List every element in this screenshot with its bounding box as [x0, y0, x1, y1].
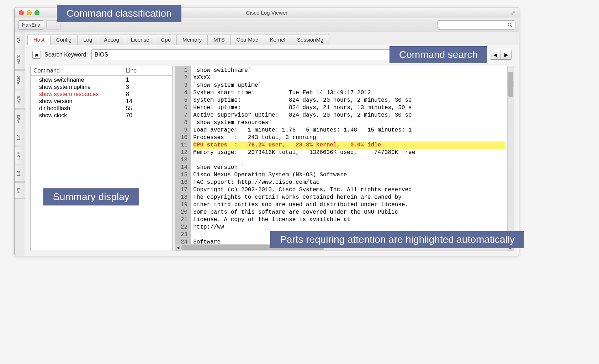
side-tab-l2p[interactable]: L2P — [15, 146, 25, 165]
main-area: HostConfigLogAcLogLicenseCpuMemoryMTSCpu… — [25, 32, 519, 256]
log-line: http://ww — [193, 224, 505, 231]
side-tabstrip: wsHardAsicSysFwdL2L2PL3Ftr — [15, 32, 25, 256]
tab-aclog[interactable]: AcLog — [98, 34, 125, 45]
line-number: 4 — [181, 89, 187, 97]
keyword-label: Search Keyword: — [44, 52, 88, 58]
tab-memory[interactable]: Memory — [176, 34, 208, 45]
log-line: The copyrights to certain works containe… — [193, 194, 505, 201]
command-row[interactable]: dir bootflash:55 — [31, 105, 172, 112]
log-line: CPU states : 76.2% user, 23.8% kernel, 0… — [193, 141, 505, 149]
command-row[interactable]: show system resources8 — [31, 91, 172, 98]
har-env-button[interactable]: Har/Env — [18, 20, 44, 30]
line-number: 12 — [181, 149, 187, 156]
header-command[interactable]: Command — [31, 66, 123, 75]
side-tab-hard[interactable]: Hard — [15, 49, 25, 70]
callout-search: Command search — [389, 46, 487, 63]
command-row[interactable]: show switchname1 — [31, 76, 172, 84]
command-line-number: 14 — [123, 98, 172, 105]
log-line: other third parties and are used and dis… — [193, 201, 505, 209]
log-line: Kernel uptime: 824 days, 21 hours, 13 mi… — [193, 104, 505, 112]
callout-highlight: Parts requiring attention are highlighte… — [270, 231, 524, 248]
command-name: show switchname — [31, 77, 123, 83]
line-number: 16 — [181, 179, 187, 186]
side-tab-ftr[interactable]: Ftr — [15, 182, 25, 199]
command-line-number: 3 — [123, 84, 172, 90]
tab-log[interactable]: Log — [77, 34, 98, 45]
svg-point-0 — [508, 23, 511, 26]
log-line: Copyright (c) 2002-2010, Cisco Systems, … — [193, 186, 505, 194]
search-nav: ◀ ▶ — [490, 50, 512, 60]
line-number: 7 — [181, 112, 187, 119]
tab-cpu[interactable]: Cpu — [155, 34, 177, 45]
line-number: 20 — [181, 209, 187, 216]
minimize-icon[interactable] — [27, 10, 32, 15]
log-line: `show system resources` — [193, 119, 505, 127]
tab-license[interactable]: License — [125, 34, 155, 45]
close-icon[interactable] — [19, 10, 24, 15]
side-tab-l3[interactable]: L3 — [15, 166, 25, 181]
command-row[interactable]: show version14 — [31, 98, 172, 105]
line-number: 17 — [181, 186, 187, 194]
command-rows: show switchname1show system uptime3show … — [31, 76, 172, 120]
app-window: Cisco Log Viewer ⤢ Har/Env ---- wsHardAs… — [14, 7, 519, 256]
tab-mts[interactable]: MTS — [207, 34, 231, 45]
log-line: TAC support: http://www.cisco.com/tac — [193, 179, 505, 186]
command-line-number: 8 — [123, 91, 172, 97]
line-number: 14 — [181, 164, 187, 171]
line-number: 2 — [181, 74, 187, 82]
tab-host[interactable]: Host — [27, 34, 51, 45]
command-row[interactable]: show clock70 — [31, 112, 172, 119]
line-number: 18 — [181, 194, 187, 201]
line-number: 22 — [181, 224, 187, 231]
tab-kernel[interactable]: Kernel — [264, 34, 291, 45]
main-layout: wsHardAsicSysFwdL2L2PL3Ftr HostConfigLog… — [15, 32, 519, 256]
header-line[interactable]: Line — [123, 66, 172, 75]
command-line-number: 55 — [123, 105, 172, 112]
traffic-lights — [19, 10, 39, 15]
line-number: 11 — [181, 141, 187, 149]
zoom-icon[interactable] — [35, 10, 39, 15]
command-line-number: 1 — [123, 77, 172, 83]
keyword-input[interactable] — [91, 49, 433, 60]
command-name: show version — [31, 98, 123, 105]
command-list-pane: Command Line show switchname1show system… — [30, 66, 173, 251]
tab-sessionmg[interactable]: SessionMg — [291, 34, 329, 45]
log-content[interactable]: `show switchname`XXXXX`show system uptim… — [191, 66, 507, 244]
global-search-input[interactable] — [437, 20, 515, 30]
line-number: 13 — [181, 156, 187, 164]
fullscreen-icon[interactable]: ⤢ — [511, 10, 515, 16]
search-next-button[interactable]: ▶ — [501, 50, 511, 59]
log-line: Load average: 1 minute: 1.76 5 minutes: … — [193, 127, 505, 134]
keyword-icon[interactable]: ▣ — [32, 51, 41, 59]
vscroll-thumb[interactable] — [508, 72, 513, 97]
top-tabrow: HostConfigLogAcLogLicenseCpuMemoryMTSCpu… — [25, 32, 519, 45]
side-tab-l2[interactable]: L2 — [15, 130, 25, 145]
tab-config[interactable]: Config — [50, 34, 78, 45]
window-title: Cisco Log Viewer — [246, 10, 287, 16]
command-name: show system resources — [31, 91, 123, 97]
svg-line-1 — [511, 26, 512, 27]
tab-cpu-mac[interactable]: Cpu-Mac — [230, 34, 264, 45]
search-prev-button[interactable]: ◀ — [490, 50, 501, 59]
log-line: System start time: Tue Feb 14 13:49:17 2… — [193, 89, 505, 97]
line-number: 8 — [181, 119, 187, 127]
side-tab-fwd[interactable]: Fwd — [15, 109, 25, 129]
line-number: 1 — [181, 67, 187, 74]
scroll-left-icon[interactable]: ◀ — [175, 245, 181, 251]
line-number: 24 — [181, 239, 187, 244]
callout-summary: Summary display — [43, 188, 139, 205]
callout-classification: Command classification — [57, 5, 181, 22]
side-tab-sys[interactable]: Sys — [15, 91, 25, 109]
command-name: show system uptime — [31, 84, 123, 90]
line-number: 21 — [181, 216, 187, 224]
vertical-scrollbar[interactable]: ▲ ▼ — [507, 66, 514, 244]
line-number: 6 — [181, 104, 187, 112]
line-number: 19 — [181, 201, 187, 209]
command-row[interactable]: show system uptime3 — [31, 84, 172, 91]
line-number: 10 — [181, 134, 187, 141]
log-line: `show system uptime` — [193, 82, 505, 89]
log-line: Processes : 243 total, 3 running — [193, 134, 505, 141]
side-tab-ws[interactable]: ws — [15, 32, 25, 48]
side-tab-asic[interactable]: Asic — [15, 70, 25, 90]
line-number: 15 — [181, 171, 187, 179]
